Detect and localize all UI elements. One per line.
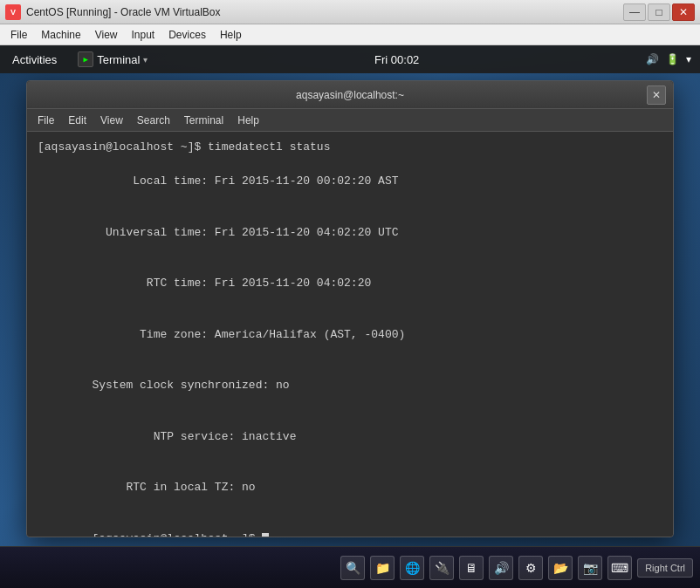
terminal-output-line-6: RTC in local TZ: no bbox=[38, 462, 662, 514]
terminal-menu-edit[interactable]: Edit bbox=[61, 113, 93, 128]
gnome-topbar: Activities ▶ Terminal ▾ Fri 00:02 🔊 🔋 ▾ bbox=[0, 45, 700, 73]
battery-icon[interactable]: 🔋 bbox=[666, 53, 679, 65]
maximize-button[interactable]: □ bbox=[648, 3, 670, 21]
terminal-command-line: [aqsayasin@localhost ~]$ timedatectl sta… bbox=[38, 139, 662, 156]
terminal-output-line-4: System clock synchronized: no bbox=[38, 360, 662, 412]
taskbar-icon-settings[interactable]: ⚙ bbox=[518, 556, 543, 580]
taskbar-icon-folder[interactable]: 📁 bbox=[370, 556, 395, 580]
terminal-output-line-0: Local time: Fri 2015-11-20 00:02:20 AST bbox=[38, 156, 662, 208]
terminal-menu-search[interactable]: Search bbox=[130, 113, 177, 128]
terminal-titlebar: aqsayasin@localhost:~ ✕ bbox=[27, 81, 673, 109]
window-title: CentOS [Running] - Oracle VM VirtualBox bbox=[26, 6, 623, 18]
taskbar-icon-shared[interactable]: 📂 bbox=[548, 556, 573, 580]
terminal-menu-terminal[interactable]: Terminal bbox=[177, 113, 230, 128]
terminal-menu-file[interactable]: File bbox=[31, 113, 61, 128]
systray-dropdown-icon[interactable]: ▾ bbox=[686, 53, 691, 65]
gnome-clock: Fri 00:02 bbox=[156, 53, 637, 66]
terminal-output-line-1: Universal time: Fri 2015-11-20 04:02:20 … bbox=[38, 207, 662, 258]
taskbar-icon-search[interactable]: 🔍 bbox=[340, 556, 365, 580]
gnome-terminal-dropdown-icon: ▾ bbox=[143, 55, 148, 65]
terminal-menu-view[interactable]: View bbox=[93, 113, 130, 128]
gnome-terminal-taskbutton[interactable]: ▶ Terminal ▾ bbox=[69, 45, 156, 73]
taskbar-icon-keyboard[interactable]: ⌨ bbox=[607, 556, 632, 580]
vbox-logo: V bbox=[5, 4, 21, 20]
menu-help[interactable]: Help bbox=[213, 27, 249, 43]
terminal-output-line-3: Time zone: America/Halifax (AST, -0400) bbox=[38, 309, 662, 360]
taskbar-icon-display[interactable]: 🖥 bbox=[459, 556, 484, 580]
terminal-taskbar-icon: ▶ bbox=[78, 51, 93, 67]
desktop-area: Activities ▶ Terminal ▾ Fri 00:02 🔊 🔋 ▾ … bbox=[0, 45, 700, 546]
terminal-menu-help[interactable]: Help bbox=[230, 113, 266, 128]
menu-view[interactable]: View bbox=[88, 27, 125, 43]
terminal-output-line-2: RTC time: Fri 2015-11-20 04:02:20 bbox=[38, 258, 662, 310]
terminal-menubar: File Edit View Search Terminal Help bbox=[27, 109, 673, 132]
taskbar: 🔍 📁 🌐 🔌 🖥 🔊 ⚙ 📂 📷 ⌨ Right Ctrl bbox=[0, 546, 700, 588]
terminal-close-button[interactable]: ✕ bbox=[647, 85, 666, 105]
menu-input[interactable]: Input bbox=[125, 27, 162, 43]
menu-file[interactable]: File bbox=[3, 27, 34, 43]
terminal-window: aqsayasin@localhost:~ ✕ File Edit View S… bbox=[26, 80, 674, 537]
taskbar-icon-network[interactable]: 🌐 bbox=[400, 556, 424, 580]
terminal-cursor bbox=[262, 533, 269, 537]
window-controls: — □ ✕ bbox=[623, 3, 695, 21]
gnome-systray: 🔊 🔋 ▾ bbox=[637, 53, 700, 65]
menu-devices[interactable]: Devices bbox=[161, 27, 213, 43]
host-menubar: File Machine View Input Devices Help bbox=[0, 24, 700, 45]
taskbar-icon-audio[interactable]: 🔊 bbox=[489, 556, 513, 580]
gnome-activities-button[interactable]: Activities bbox=[0, 45, 69, 73]
taskbar-icon-usb[interactable]: 🔌 bbox=[429, 556, 454, 580]
terminal-output-line-5: NTP service: inactive bbox=[38, 411, 662, 462]
terminal-title: aqsayasin@localhost:~ bbox=[296, 89, 404, 101]
virtualbox-titlebar: V CentOS [Running] - Oracle VM VirtualBo… bbox=[0, 0, 700, 24]
terminal-prompt-line: [aqsayasin@localhost ~]$ bbox=[38, 513, 662, 537]
terminal-content[interactable]: [aqsayasin@localhost ~]$ timedatectl sta… bbox=[27, 132, 673, 537]
volume-icon[interactable]: 🔊 bbox=[646, 53, 659, 65]
menu-machine[interactable]: Machine bbox=[34, 27, 87, 43]
gnome-terminal-label: Terminal bbox=[97, 53, 140, 66]
taskbar-icon-capture[interactable]: 📷 bbox=[578, 556, 602, 580]
minimize-button[interactable]: — bbox=[623, 3, 646, 21]
close-button[interactable]: ✕ bbox=[672, 3, 695, 21]
right-ctrl-label: Right Ctrl bbox=[637, 558, 693, 578]
